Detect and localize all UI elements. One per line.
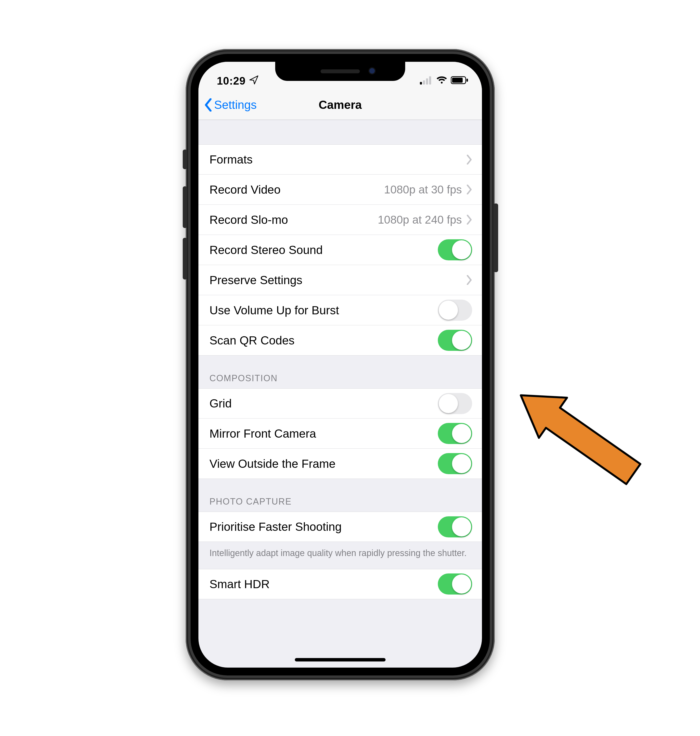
row-label: Record Slo-mo bbox=[209, 213, 378, 226]
home-indicator[interactable] bbox=[295, 658, 385, 661]
record-video-row[interactable]: Record Video 1080p at 30 fps bbox=[199, 175, 482, 205]
general-section: Formats Record Video 1080p at 30 fps Rec… bbox=[199, 144, 482, 356]
wifi-icon bbox=[436, 75, 447, 87]
scan-qr-row: Scan QR Codes bbox=[199, 325, 482, 356]
cellular-signal-icon bbox=[420, 75, 433, 87]
formats-row[interactable]: Formats bbox=[199, 144, 482, 175]
status-time: 10:29 bbox=[217, 75, 246, 87]
scan-qr-toggle[interactable] bbox=[438, 330, 472, 351]
mirror-front-camera-row: Mirror Front Camera bbox=[199, 419, 482, 449]
row-label: Record Stereo Sound bbox=[209, 243, 438, 257]
preserve-settings-row[interactable]: Preserve Settings bbox=[199, 265, 482, 295]
location-services-icon bbox=[249, 75, 259, 87]
row-label: Use Volume Up for Burst bbox=[209, 304, 438, 317]
chevron-right-icon bbox=[466, 275, 472, 285]
back-button[interactable]: Settings bbox=[204, 90, 257, 120]
svg-rect-1 bbox=[423, 81, 425, 85]
row-label: Mirror Front Camera bbox=[209, 427, 438, 440]
chevron-right-icon bbox=[466, 185, 472, 194]
row-label: Prioritise Faster Shooting bbox=[209, 520, 438, 533]
prioritise-faster-shooting-toggle[interactable] bbox=[438, 516, 472, 538]
volume-up-button[interactable] bbox=[183, 186, 187, 228]
chevron-right-icon bbox=[466, 215, 472, 225]
battery-icon bbox=[451, 75, 468, 87]
svg-rect-5 bbox=[452, 78, 463, 83]
grid-toggle[interactable] bbox=[438, 393, 472, 414]
chevron-right-icon bbox=[466, 155, 472, 165]
row-value: 1080p at 240 fps bbox=[378, 213, 462, 226]
mirror-front-camera-toggle[interactable] bbox=[438, 423, 472, 444]
annotation-arrow bbox=[496, 378, 655, 480]
smart-hdr-row: Smart HDR bbox=[199, 569, 482, 599]
earpiece-speaker bbox=[321, 69, 360, 73]
stereo-sound-row: Record Stereo Sound bbox=[199, 235, 482, 265]
row-label: Scan QR Codes bbox=[209, 333, 438, 347]
display-notch bbox=[275, 62, 405, 81]
grid-row: Grid bbox=[199, 388, 482, 419]
mute-switch-button[interactable] bbox=[183, 150, 187, 169]
view-outside-frame-toggle[interactable] bbox=[438, 453, 472, 474]
svg-marker-7 bbox=[507, 375, 647, 494]
composition-header: COMPOSITION bbox=[199, 356, 482, 388]
smart-hdr-toggle[interactable] bbox=[438, 573, 472, 595]
section-spacer bbox=[199, 120, 482, 144]
back-button-label: Settings bbox=[214, 98, 257, 112]
view-outside-frame-row: View Outside the Frame bbox=[199, 449, 482, 479]
navigation-bar: Settings Camera bbox=[199, 90, 482, 120]
faster-shooting-footer: Intelligently adapt image quality when r… bbox=[199, 542, 482, 569]
side-power-button[interactable] bbox=[493, 203, 498, 272]
smart-hdr-section: Smart HDR bbox=[199, 569, 482, 599]
row-label: Record Video bbox=[209, 183, 384, 196]
row-value: 1080p at 30 fps bbox=[384, 183, 462, 196]
volume-burst-row: Use Volume Up for Burst bbox=[199, 295, 482, 325]
row-label: Preserve Settings bbox=[209, 273, 466, 287]
svg-rect-2 bbox=[426, 78, 428, 85]
svg-rect-6 bbox=[466, 79, 468, 82]
chevron-left-icon bbox=[204, 98, 213, 112]
row-label: Smart HDR bbox=[209, 577, 438, 591]
iphone-device-frame: 10:29 bbox=[186, 49, 495, 680]
stereo-sound-toggle[interactable] bbox=[438, 239, 472, 260]
svg-rect-3 bbox=[429, 76, 431, 84]
svg-rect-0 bbox=[420, 82, 422, 84]
page-title: Camera bbox=[319, 98, 362, 112]
row-label: Formats bbox=[209, 153, 466, 166]
volume-down-button[interactable] bbox=[183, 238, 187, 279]
photo-capture-section: Prioritise Faster Shooting bbox=[199, 512, 482, 542]
row-label: Grid bbox=[209, 397, 438, 410]
phone-screen: 10:29 bbox=[199, 62, 482, 668]
prioritise-faster-shooting-row: Prioritise Faster Shooting bbox=[199, 512, 482, 542]
record-slomo-row[interactable]: Record Slo-mo 1080p at 240 fps bbox=[199, 205, 482, 235]
front-camera-lens bbox=[368, 67, 376, 75]
row-label: View Outside the Frame bbox=[209, 457, 438, 470]
composition-section: Grid Mirror Front Camera View Outside th… bbox=[199, 388, 482, 479]
photo-capture-header: PHOTO CAPTURE bbox=[199, 479, 482, 512]
volume-burst-toggle[interactable] bbox=[438, 300, 472, 321]
